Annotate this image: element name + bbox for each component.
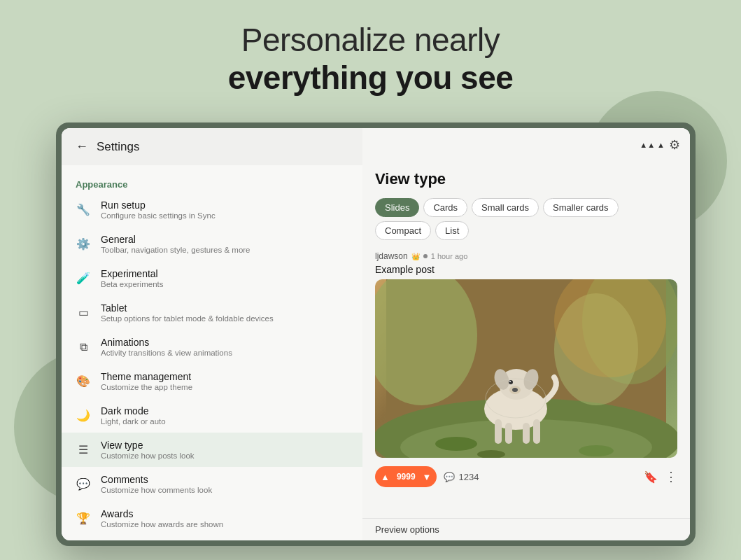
- section-label-content: Content: [62, 536, 362, 540]
- upvote-button[interactable]: ▲: [375, 472, 395, 482]
- gear-icon[interactable]: ⚙: [669, 137, 680, 153]
- right-header: ▲▲ ▲ ⚙: [362, 128, 690, 162]
- hero-section: Personalize nearly everything you see: [0, 21, 741, 97]
- settings-panel: ← Settings Appearance 🔧 Run setup Config…: [62, 128, 362, 540]
- crown-icon: 👑: [411, 253, 420, 260]
- wifi-icon: ▲▲: [640, 141, 655, 149]
- comments-title: Comments: [101, 474, 348, 485]
- dark-mode-text: Dark mode Light, dark or auto: [101, 405, 348, 426]
- settings-item-general[interactable]: ⚙️ General Toolbar, navigation style, ge…: [62, 227, 362, 261]
- pill-compact[interactable]: Compact: [375, 221, 431, 240]
- awards-icon: 🏆: [76, 512, 91, 525]
- general-text: General Toolbar, navigation style, gestu…: [101, 234, 348, 254]
- preview-options-bar[interactable]: Preview options: [362, 518, 690, 540]
- view-type-title-label: View type: [101, 440, 348, 451]
- svg-rect-8: [495, 419, 502, 444]
- theme-subtitle: Customize the app theme: [101, 383, 348, 391]
- more-options-button[interactable]: ⋮: [665, 469, 677, 484]
- comments-text: Comments Customize how comments look: [101, 474, 348, 494]
- theme-text: Theme management Customize the app theme: [101, 371, 348, 391]
- hero-line2: everything you see: [0, 59, 741, 97]
- view-type-text: View type Customize how posts look: [101, 440, 348, 460]
- downvote-button[interactable]: ▼: [417, 472, 437, 482]
- settings-item-animations[interactable]: ⧉ Animations Activity transitions & view…: [62, 330, 362, 364]
- post-username: ljdawson: [375, 251, 408, 261]
- pill-slides[interactable]: Slides: [375, 198, 419, 217]
- tablet-title: Tablet: [101, 302, 348, 314]
- animations-subtitle: Activity transitions & view animations: [101, 349, 348, 357]
- tablet-icon: ▭: [76, 306, 91, 319]
- dark-mode-title: Dark mode: [101, 405, 348, 416]
- post-meta: ljdawson 👑 1 hour ago: [375, 251, 677, 261]
- post-time: 1 hour ago: [431, 252, 468, 260]
- post-actions: ▲ 9999 ▼ 💬 1234 🔖 ⋮: [375, 465, 677, 489]
- svg-point-20: [512, 388, 518, 392]
- comment-button[interactable]: 💬 1234: [444, 472, 479, 482]
- settings-item-experimental[interactable]: 🧪 Experimental Beta experiments: [62, 261, 362, 295]
- svg-rect-11: [533, 419, 540, 444]
- comment-icon: 💬: [444, 472, 455, 482]
- svg-point-16: [509, 380, 513, 384]
- animations-text: Animations Activity transitions & view a…: [101, 337, 348, 357]
- svg-point-23: [579, 445, 614, 456]
- right-panel: ▲▲ ▲ ⚙ View type Slides Cards Small card…: [362, 128, 690, 540]
- general-title: General: [101, 234, 348, 245]
- settings-item-theme[interactable]: 🎨 Theme management Customize the app the…: [62, 364, 362, 398]
- run-setup-text: Run setup Configure basic settings in Sy…: [101, 200, 348, 220]
- animations-icon: ⧉: [76, 341, 91, 354]
- settings-content: Appearance 🔧 Run setup Configure basic s…: [62, 165, 362, 540]
- device-frame: ← Settings Appearance 🔧 Run setup Config…: [56, 122, 696, 546]
- pill-small-cards[interactable]: Small cards: [472, 198, 539, 217]
- section-label-appearance: Appearance: [62, 171, 362, 192]
- run-setup-icon: 🔧: [76, 203, 91, 216]
- svg-point-22: [435, 437, 477, 451]
- settings-item-dark-mode[interactable]: 🌙 Dark mode Light, dark or auto: [62, 398, 362, 433]
- settings-title: Settings: [97, 140, 139, 154]
- theme-title: Theme management: [101, 371, 348, 382]
- tablet-subtitle: Setup options for tablet mode & foldable…: [101, 314, 348, 323]
- general-subtitle: Toolbar, navigation style, gestures & mo…: [101, 246, 348, 254]
- view-type-pills: Slides Cards Small cards Smaller cards C…: [375, 198, 677, 240]
- pill-smaller-cards[interactable]: Smaller cards: [543, 198, 618, 217]
- right-content: View type Slides Cards Small cards Small…: [362, 162, 690, 518]
- post-image: [375, 279, 677, 458]
- view-type-subtitle: Customize how posts look: [101, 451, 348, 460]
- comments-icon: 💬: [76, 477, 91, 491]
- dark-mode-icon: 🌙: [76, 409, 91, 422]
- vote-score: 9999: [395, 472, 417, 482]
- hero-line1: Personalize nearly: [0, 21, 741, 59]
- settings-item-comments[interactable]: 💬 Comments Customize how comments look: [62, 467, 362, 501]
- experimental-title: Experimental: [101, 268, 348, 279]
- dog-image-svg: [375, 279, 677, 458]
- settings-item-awards[interactable]: 🏆 Awards Customize how awards are shown: [62, 501, 362, 536]
- settings-item-run-setup[interactable]: 🔧 Run setup Configure basic settings in …: [62, 192, 362, 227]
- animations-title: Animations: [101, 337, 348, 348]
- tablet-text: Tablet Setup options for tablet mode & f…: [101, 302, 348, 323]
- experimental-icon: 🧪: [76, 272, 91, 285]
- run-setup-subtitle: Configure basic settings in Sync: [101, 211, 348, 220]
- preview-options-label: Preview options: [375, 524, 439, 535]
- bookmark-icon[interactable]: 🔖: [644, 470, 658, 484]
- settings-item-tablet[interactable]: ▭ Tablet Setup options for tablet mode &…: [62, 295, 362, 330]
- svg-rect-10: [523, 423, 530, 444]
- experimental-text: Experimental Beta experiments: [101, 268, 348, 288]
- experimental-subtitle: Beta experiments: [101, 280, 348, 288]
- awards-text: Awards Customize how awards are shown: [101, 508, 348, 528]
- back-button[interactable]: ←: [76, 139, 88, 154]
- vote-button[interactable]: ▲ 9999 ▼: [375, 466, 437, 487]
- dark-mode-subtitle: Light, dark or auto: [101, 417, 348, 426]
- awards-title: Awards: [101, 508, 348, 519]
- dot-separator: [423, 254, 428, 258]
- svg-rect-9: [505, 423, 512, 444]
- run-setup-title: Run setup: [101, 200, 348, 211]
- device-screen: ← Settings Appearance 🔧 Run setup Config…: [62, 128, 690, 540]
- view-type-heading: View type: [375, 170, 677, 188]
- pill-cards[interactable]: Cards: [423, 198, 467, 217]
- status-bar: ▲▲ ▲: [640, 141, 665, 149]
- settings-header: ← Settings: [62, 128, 362, 165]
- awards-subtitle: Customize how awards are shown: [101, 520, 348, 528]
- settings-item-view-type[interactable]: ☰ View type Customize how posts look: [62, 433, 362, 467]
- general-icon: ⚙️: [76, 237, 91, 251]
- view-type-icon: ☰: [76, 443, 91, 456]
- pill-list[interactable]: List: [435, 221, 469, 240]
